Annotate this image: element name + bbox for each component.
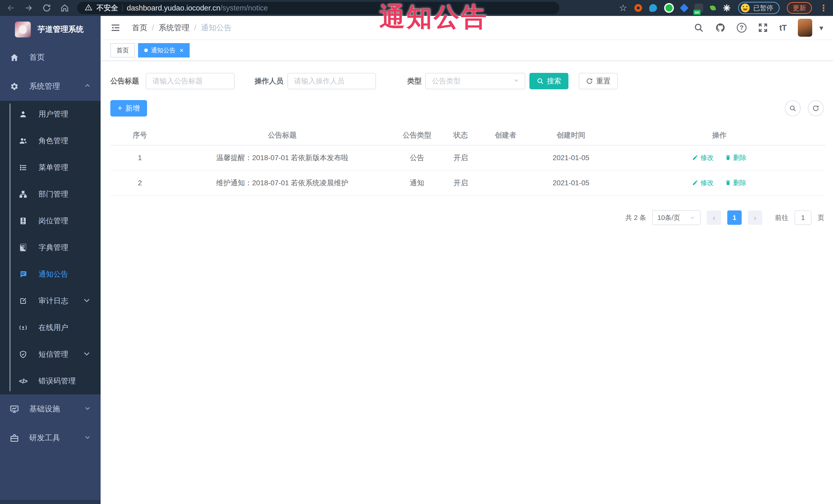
goto-label: 前往 (775, 213, 788, 222)
goto-unit: 页 (817, 213, 824, 222)
search-icon (537, 77, 544, 85)
edit-square-icon (19, 297, 27, 305)
cell-created: 2021-01-05 (529, 170, 613, 195)
filter-type-label: 类型 (407, 76, 422, 86)
sidebar-item-sms[interactable]: 短信管理 (0, 341, 101, 368)
book-icon (19, 243, 27, 252)
forward-icon[interactable] (24, 3, 33, 13)
menu-fold-icon[interactable] (110, 23, 121, 33)
sidebar-item-audit-logs[interactable]: 审计日志 (0, 288, 101, 314)
sidebar-scrollbar[interactable] (9, 103, 10, 391)
user-icon (19, 110, 27, 118)
search-button[interactable]: 搜索 (529, 73, 568, 89)
table-toolbar: + 新增 (110, 100, 825, 117)
pagination-total: 共 2 条 (625, 213, 646, 222)
edit-link[interactable]: 修改 (692, 178, 714, 187)
sidebar-item-label: 短信管理 (39, 349, 68, 360)
sidebar-item-label: 错误码管理 (39, 376, 76, 386)
sidebar-item-dicts[interactable]: 字典管理 (0, 234, 101, 261)
breadcrumb-system[interactable]: 系统管理 (159, 23, 189, 33)
refresh-icon (586, 77, 593, 85)
extension-blue-gem-icon[interactable] (680, 4, 689, 12)
notice-table: 序号 公告标题 公告类型 状态 创建者 创建时间 操作 1 温馨提醒：2018-… (110, 125, 825, 196)
col-header-creator: 创建者 (482, 125, 529, 145)
col-header-type: 公告类型 (395, 125, 439, 145)
table-row: 2 维护通知：2018-07-01 若依系统凌晨维护 通知 开启 2021-01… (110, 170, 825, 195)
reload-icon[interactable] (42, 3, 51, 13)
trash-icon (725, 179, 731, 186)
tab-label: 通知公告 (151, 46, 175, 54)
extension-green-sprout-icon[interactable] (710, 5, 716, 11)
current-page-button[interactable]: 1 (727, 211, 742, 225)
tab-label: 首页 (117, 46, 129, 54)
sidebar-item-error-codes[interactable]: </> 错误码管理 (0, 368, 101, 394)
breadcrumb-separator: / (194, 23, 196, 32)
cell-title: 温馨提醒：2018-07-01 若依新版本发布啦 (169, 145, 395, 170)
sidebar-item-departments[interactable]: 部门管理 (0, 181, 101, 208)
sidebar-item-menus[interactable]: 菜单管理 (0, 154, 101, 181)
add-button[interactable]: + 新增 (110, 100, 147, 117)
next-page-button[interactable]: › (748, 211, 762, 225)
tab-close-icon[interactable]: × (180, 47, 184, 54)
extension-proxy-icon[interactable]: on (694, 4, 703, 12)
tab-notices[interactable]: 通知公告 × (138, 43, 190, 57)
extension-green-circle-icon[interactable] (664, 3, 674, 13)
back-icon[interactable] (6, 3, 16, 13)
browser-update-button[interactable]: 更新 (787, 2, 812, 14)
sidebar-item-label: 字典管理 (39, 242, 68, 253)
sidebar-bottom-strip (0, 500, 101, 504)
sidebar-item-notices[interactable]: 通知公告 (0, 261, 101, 288)
sidebar-item-online-users[interactable]: 在线用户 (0, 314, 101, 341)
filter-type-select[interactable]: 公告类型 (425, 73, 525, 89)
goto-page-input[interactable] (794, 211, 811, 225)
app-logo-row[interactable]: 芋道管理系统 (0, 16, 101, 43)
table-row: 1 温馨提醒：2018-07-01 若依新版本发布啦 公告 开启 2021-01… (110, 145, 825, 170)
filter-operator-input[interactable] (287, 73, 376, 89)
profile-paused-pill[interactable]: 已暂停 (738, 2, 780, 14)
pencil-icon (692, 154, 698, 161)
extension-white-flower-icon[interactable] (723, 4, 731, 12)
filter-title-input[interactable] (146, 73, 235, 89)
cell-status: 开启 (439, 145, 482, 170)
home-browser-icon[interactable] (60, 3, 69, 13)
user-avatar[interactable] (798, 19, 812, 37)
edit-link[interactable]: 修改 (692, 153, 714, 162)
security-label[interactable]: 不安全 (96, 3, 118, 13)
edit-link-label: 修改 (700, 153, 714, 162)
bookmark-star-icon[interactable]: ☆ (619, 3, 627, 13)
sidebar-item-roles[interactable]: 角色管理 (0, 127, 101, 154)
reset-button-label: 重置 (596, 76, 611, 86)
tab-home[interactable]: 首页 (110, 43, 135, 57)
breadcrumb-current: 通知公告 (201, 23, 232, 33)
sidebar-item-infrastructure[interactable]: 基础设施 (0, 394, 101, 424)
help-icon[interactable]: ? (737, 23, 746, 32)
page-size-value: 10条/页 (658, 213, 680, 222)
prev-page-button[interactable]: ‹ (707, 211, 721, 225)
delete-link[interactable]: 删除 (725, 178, 746, 187)
cell-creator (482, 145, 529, 170)
github-icon[interactable] (715, 23, 725, 33)
delete-link[interactable]: 删除 (725, 153, 746, 162)
sidebar-item-posts[interactable]: 岗位管理 (0, 208, 101, 234)
extension-orange-ring-icon[interactable] (634, 4, 642, 12)
browser-menu-icon[interactable]: ⋮ (819, 3, 828, 13)
sidebar-item-system[interactable]: 系统管理 (0, 72, 101, 101)
toggle-search-button[interactable] (785, 100, 801, 116)
url-text[interactable]: dashboard.yudao.iocoder.cn/system/notice (127, 4, 268, 12)
header-search-icon[interactable] (694, 23, 704, 33)
sidebar-item-users[interactable]: 用户管理 (0, 101, 101, 127)
font-size-icon[interactable]: tT (779, 23, 787, 32)
avatar-caret-icon[interactable]: ▾ (819, 23, 823, 32)
refresh-table-button[interactable] (808, 100, 824, 116)
sidebar-item-dev-tools[interactable]: 研发工具 (0, 424, 101, 452)
app-logo-image (15, 22, 31, 38)
fullscreen-icon[interactable] (758, 23, 768, 33)
update-label: 更新 (793, 4, 806, 13)
url-divider (122, 4, 123, 11)
reset-button[interactable]: 重置 (579, 73, 618, 89)
sidebar-item-home[interactable]: 首页 (0, 43, 101, 72)
page-size-select[interactable]: 10条/页 (652, 210, 700, 225)
extension-blue-pin-icon[interactable] (649, 4, 657, 12)
breadcrumb-home[interactable]: 首页 (132, 23, 147, 33)
sidebar-item-label: 部门管理 (39, 189, 68, 199)
